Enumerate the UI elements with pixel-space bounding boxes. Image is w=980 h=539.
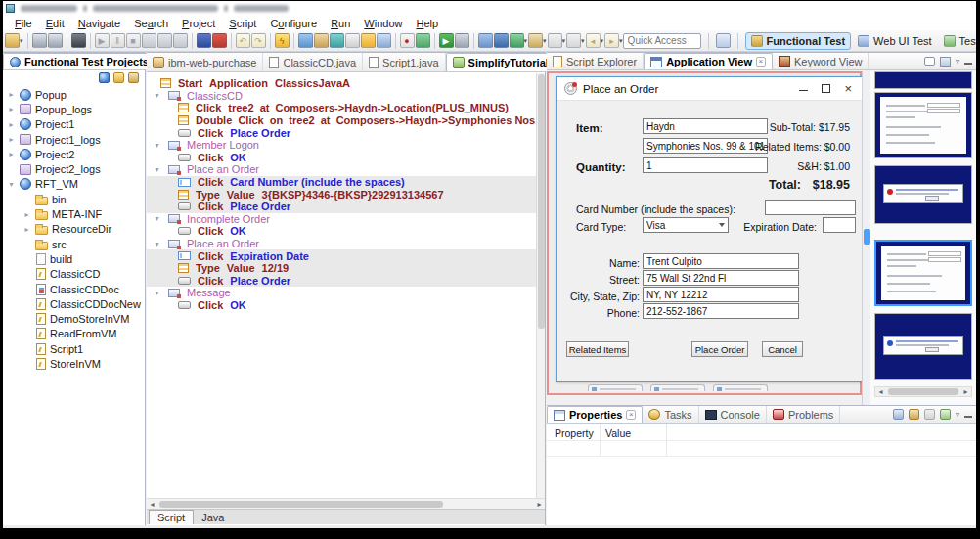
chevron-down-icon[interactable]: ▾: [153, 165, 161, 174]
tree-item-demostoreinvm[interactable]: DemoStoreInVM: [3, 311, 145, 326]
chevron-right-icon[interactable]: ▸: [22, 210, 31, 219]
tree-item-popup[interactable]: ▸Popup: [3, 87, 145, 102]
menu-run[interactable]: Run: [324, 18, 357, 29]
editor-tab-script1-java[interactable]: Script1.java: [363, 53, 445, 71]
quick-access-input[interactable]: [623, 33, 701, 49]
script-step[interactable]: StartApplicationClassicsJavaA: [147, 77, 545, 90]
menu-configure[interactable]: Configure: [263, 18, 324, 29]
chevron-right-icon[interactable]: ▸: [7, 105, 16, 113]
connect-application-icon[interactable]: [416, 33, 430, 48]
stop-icon[interactable]: ■: [126, 33, 141, 48]
tab-problems[interactable]: Problems: [767, 406, 840, 423]
editor-tab-classiccd-java[interactable]: ClassicCD.java: [263, 53, 363, 71]
link-with-editor-icon[interactable]: [113, 72, 124, 83]
screenshot-thumbnail-1[interactable]: [874, 71, 972, 89]
insert-verification-icon[interactable]: [314, 33, 329, 48]
maximize-icon[interactable]: [822, 84, 830, 93]
tree-item-popup_logs[interactable]: ▸Popup_logs: [3, 102, 145, 116]
minimized-tab[interactable]: [588, 384, 643, 391]
comment-icon[interactable]: [924, 57, 935, 66]
close-icon[interactable]: ×: [756, 57, 766, 67]
chevron-right-icon[interactable]: ▸: [7, 135, 16, 144]
debug-icon[interactable]: [455, 33, 469, 48]
close-icon[interactable]: ×: [626, 410, 636, 420]
chevron-down-icon[interactable]: ▾: [153, 214, 161, 223]
editor-tab-ibm-web-purchase[interactable]: ibm-web-purchase: [147, 53, 263, 71]
open-log-icon[interactable]: [361, 33, 376, 48]
chevron-right-icon[interactable]: ▸: [7, 120, 16, 129]
screenshot-thumbnail-2[interactable]: [874, 92, 972, 158]
scrollbar-thumb[interactable]: [864, 229, 870, 245]
perspective-test-executi[interactable]: Test Executi: [939, 33, 976, 49]
scroll-left-icon[interactable]: ◂: [875, 387, 886, 396]
scrollbar-thumb[interactable]: [888, 388, 958, 395]
item-input[interactable]: [643, 118, 768, 134]
script-step[interactable]: ClickPlace Order: [147, 275, 545, 288]
tab-application-view[interactable]: Application View×: [644, 53, 773, 69]
minimize-icon[interactable]: [799, 90, 808, 91]
cancel-button[interactable]: Cancel: [762, 341, 803, 357]
run-functional-test-icon[interactable]: ϟ: [275, 33, 290, 48]
tree-item-meta-inf[interactable]: ▸META-INF: [3, 206, 145, 221]
display-monitor-alt-icon[interactable]: [494, 33, 509, 48]
chevron-down-icon[interactable]: ▾: [7, 180, 16, 189]
menu-edit[interactable]: Edit: [39, 18, 71, 29]
script-step[interactable]: ClickCard Number (include the spaces): [147, 176, 545, 189]
chevron-down-icon[interactable]: ▾: [153, 91, 161, 100]
chevron-down-icon[interactable]: ▾: [153, 289, 161, 297]
tab-console[interactable]: Console: [699, 406, 767, 423]
screenshot-thumbnail-5[interactable]: [874, 313, 972, 380]
script-group[interactable]: ▾Place an Order: [147, 163, 545, 176]
dropdown-arrow-icon[interactable]: ▾: [20, 37, 23, 45]
script-step[interactable]: ClickOK: [147, 299, 545, 312]
minimized-tab[interactable]: [650, 384, 705, 391]
dataset-icon[interactable]: [345, 33, 360, 48]
chevron-right-icon[interactable]: ▸: [7, 90, 16, 99]
scrollbar-thumb[interactable]: [159, 501, 443, 508]
dropdown-arrow-icon[interactable]: ▾: [562, 37, 566, 45]
record-script-icon[interactable]: [197, 33, 211, 48]
datapool-icon[interactable]: [510, 33, 524, 48]
column-header-value[interactable]: Value: [605, 427, 631, 439]
open-perspective-icon[interactable]: [716, 33, 731, 48]
filter-icon[interactable]: [128, 72, 139, 83]
run-green-icon[interactable]: ▶: [439, 33, 454, 48]
scroll-right-icon[interactable]: ▸: [960, 387, 971, 396]
view-menu-icon[interactable]: ▿: [956, 410, 959, 419]
editor-mode-tab-java[interactable]: Java: [194, 510, 232, 524]
pointer-icon[interactable]: [71, 33, 86, 48]
tab-functional-test-projects[interactable]: Functional Test Projects ×: [3, 53, 169, 69]
application-configuration-icon[interactable]: [377, 33, 391, 48]
tree-item-resourcedir[interactable]: ▸ResourceDir: [3, 222, 145, 237]
save-icon[interactable]: [32, 33, 47, 48]
minimize-icon[interactable]: [964, 416, 972, 418]
close-icon[interactable]: ×: [844, 84, 852, 94]
script-group[interactable]: ▾Member Logon: [147, 139, 545, 152]
appview-vertical-scrollbar[interactable]: [862, 71, 870, 405]
tab-keyword-view[interactable]: Keyword View: [773, 53, 869, 69]
menu-script[interactable]: Script: [222, 18, 263, 29]
back-icon[interactable]: ◂: [586, 33, 601, 48]
tree-item-script1[interactable]: Script1: [3, 341, 145, 356]
script-step[interactable]: Clicktree2 at Composers->Haydn->Location…: [147, 102, 545, 114]
script-group[interactable]: ▾Incomplete Order: [147, 213, 545, 226]
restore-value-icon[interactable]: [924, 409, 935, 420]
street-input[interactable]: [643, 270, 799, 286]
refresh-icon[interactable]: [99, 72, 110, 83]
view-menu-icon[interactable]: ▿: [956, 57, 959, 66]
redo-icon[interactable]: ↷: [251, 33, 266, 48]
categories-icon[interactable]: [909, 409, 919, 420]
tree-item-rft_vm[interactable]: ▾RFT_VM: [3, 177, 145, 192]
tree-item-storeinvm[interactable]: StoreInVM: [3, 356, 145, 371]
chevron-down-icon[interactable]: ▾: [153, 240, 161, 248]
step-into-icon[interactable]: [142, 33, 156, 48]
phone-input[interactable]: [643, 303, 799, 319]
test-object-inspector-icon[interactable]: [330, 33, 344, 48]
scrollbar-thumb[interactable]: [538, 74, 545, 329]
screenshot-thumbnail-3[interactable]: [874, 165, 972, 224]
editor-horizontal-scrollbar[interactable]: ◂ ▸: [147, 498, 545, 509]
minimize-icon[interactable]: [964, 63, 972, 65]
pause-icon[interactable]: ‖: [111, 33, 125, 48]
editor-vertical-scrollbar[interactable]: [536, 73, 545, 498]
dropdown-arrow-icon[interactable]: ▾: [543, 37, 547, 45]
